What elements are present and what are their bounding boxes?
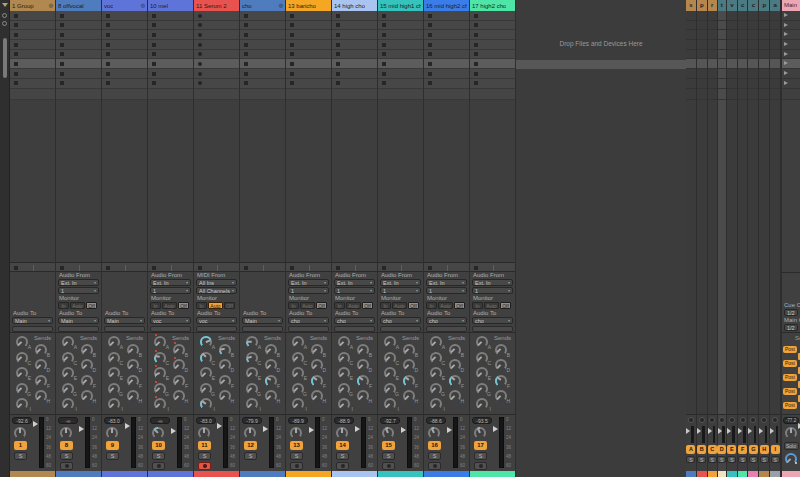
send-knob[interactable] bbox=[200, 367, 212, 379]
clip-stop-button[interactable] bbox=[474, 62, 478, 66]
input-channel-select[interactable]: All Channels▾ bbox=[196, 287, 237, 294]
pan-knob[interactable] bbox=[244, 427, 256, 439]
solo-button[interactable]: S bbox=[382, 452, 395, 460]
clip-stop-button[interactable] bbox=[60, 43, 64, 47]
send-knob-d[interactable]: D bbox=[219, 359, 231, 371]
clip-record-button[interactable] bbox=[198, 23, 202, 27]
clip-slot[interactable] bbox=[56, 50, 101, 60]
return-track-header[interactable]: v bbox=[727, 0, 737, 11]
send-knob-i[interactable]: I bbox=[200, 398, 212, 410]
pan[interactable] bbox=[60, 427, 72, 439]
post-toggle-button[interactable]: Post bbox=[783, 360, 797, 367]
clip-stop-button[interactable] bbox=[290, 62, 294, 66]
send-knob-a[interactable]: A bbox=[200, 336, 212, 348]
monitor-in-button[interactable]: In bbox=[58, 302, 69, 309]
track-activator[interactable]: 11 bbox=[198, 441, 211, 450]
clip-slot[interactable] bbox=[332, 21, 377, 31]
send-knob[interactable] bbox=[311, 359, 323, 371]
return-pan-knob[interactable] bbox=[740, 417, 746, 423]
scene-launch-icon[interactable] bbox=[784, 13, 788, 17]
clip-slot[interactable] bbox=[102, 59, 147, 69]
send-knob[interactable] bbox=[127, 344, 139, 356]
return-volume-fader[interactable] bbox=[759, 428, 763, 434]
send-knob-i[interactable]: I bbox=[476, 398, 488, 410]
input-channel-select[interactable]: 1▾ bbox=[288, 287, 329, 294]
arm-button[interactable] bbox=[382, 462, 395, 470]
clip-slot[interactable] bbox=[332, 40, 377, 50]
send-knob-i[interactable]: I bbox=[16, 398, 28, 410]
clip-record-button[interactable] bbox=[198, 52, 202, 56]
clip-slot[interactable] bbox=[194, 59, 239, 69]
send-knob-d[interactable]: D bbox=[449, 359, 461, 371]
clip-slot[interactable] bbox=[424, 21, 469, 31]
send-knob-f[interactable]: F bbox=[81, 375, 93, 387]
clip-stop-button[interactable] bbox=[428, 43, 432, 47]
clip-slot[interactable] bbox=[148, 69, 193, 79]
pan-knob[interactable] bbox=[106, 427, 118, 439]
monitor-off-button[interactable]: Off bbox=[362, 302, 373, 309]
clip-stop-button[interactable] bbox=[106, 33, 110, 37]
send-knob-h[interactable]: H bbox=[357, 390, 369, 402]
send-knob[interactable] bbox=[35, 390, 47, 402]
clip-stop-button[interactable] bbox=[152, 72, 156, 76]
send-knob[interactable] bbox=[219, 344, 231, 356]
return-solo-button[interactable]: S bbox=[727, 456, 736, 463]
clip-slot[interactable] bbox=[102, 30, 147, 40]
clip-stop-button[interactable] bbox=[14, 33, 18, 37]
pan[interactable] bbox=[14, 427, 26, 439]
clip-slot[interactable] bbox=[194, 21, 239, 31]
clip-slot[interactable] bbox=[424, 50, 469, 60]
clip-slot[interactable] bbox=[10, 79, 55, 89]
arm-button[interactable] bbox=[60, 462, 73, 470]
send-knob-b[interactable]: B bbox=[265, 344, 277, 356]
scene-launch-icon[interactable] bbox=[784, 71, 788, 75]
return-solo-button[interactable]: S bbox=[749, 456, 758, 463]
clip-stop-button[interactable] bbox=[474, 52, 478, 56]
send-knob-h[interactable]: H bbox=[173, 390, 185, 402]
solo-button[interactable]: S bbox=[290, 452, 303, 460]
track-activator[interactable]: 13 bbox=[290, 441, 303, 450]
send-knob[interactable] bbox=[384, 336, 396, 348]
clip-stop-button[interactable] bbox=[428, 23, 432, 27]
scene-launch-icon[interactable] bbox=[784, 42, 788, 46]
monitor-off-button[interactable]: Off bbox=[178, 302, 189, 309]
send-knob[interactable] bbox=[476, 367, 488, 379]
volume-value[interactable]: -92.7 bbox=[380, 417, 400, 424]
scene-slot[interactable] bbox=[782, 79, 800, 89]
clip-slot[interactable] bbox=[10, 21, 55, 31]
volume-fader[interactable] bbox=[217, 423, 222, 429]
track-stop-button[interactable] bbox=[382, 266, 386, 270]
send-knob[interactable] bbox=[35, 359, 47, 371]
clip-stop-button[interactable] bbox=[336, 81, 340, 85]
monitor-auto-button[interactable]: Auto bbox=[300, 302, 315, 309]
clip-stop-button[interactable] bbox=[290, 33, 294, 37]
volume-value[interactable]: -∞ bbox=[58, 417, 78, 424]
send-knob-a[interactable]: A bbox=[338, 336, 350, 348]
track-activator[interactable]: 14 bbox=[336, 441, 349, 450]
send-knob[interactable] bbox=[16, 367, 28, 379]
track-header[interactable]: 17 high2 cho bbox=[470, 0, 515, 11]
clip-slot[interactable] bbox=[56, 79, 101, 89]
return-track-header[interactable]: p bbox=[759, 0, 769, 11]
volume-fader[interactable] bbox=[355, 426, 360, 432]
clip-stop-button[interactable] bbox=[14, 62, 18, 66]
send-knob-i[interactable]: I bbox=[108, 398, 120, 410]
scene-slot[interactable] bbox=[782, 59, 800, 69]
track-header[interactable]: 15 mid high1 cho bbox=[378, 0, 423, 11]
clip-slot[interactable] bbox=[378, 50, 423, 60]
send-knob-e[interactable]: E bbox=[384, 367, 396, 379]
send-knob-f[interactable]: F bbox=[357, 375, 369, 387]
send-knob[interactable] bbox=[81, 390, 93, 402]
send-knob[interactable] bbox=[173, 344, 185, 356]
return-track-column[interactable]: pBS bbox=[697, 0, 708, 477]
send-knob[interactable] bbox=[384, 352, 396, 364]
clip-slot[interactable] bbox=[56, 69, 101, 79]
scene-slot[interactable] bbox=[782, 50, 800, 60]
clip-slot[interactable] bbox=[10, 69, 55, 79]
volume-value[interactable]: -83.0 bbox=[196, 417, 216, 424]
track-stop-button[interactable] bbox=[336, 266, 340, 270]
return-track-column[interactable]: pHS bbox=[759, 0, 770, 477]
clip-slot[interactable] bbox=[56, 11, 101, 21]
send-knob[interactable] bbox=[449, 344, 461, 356]
send-knob[interactable] bbox=[81, 344, 93, 356]
